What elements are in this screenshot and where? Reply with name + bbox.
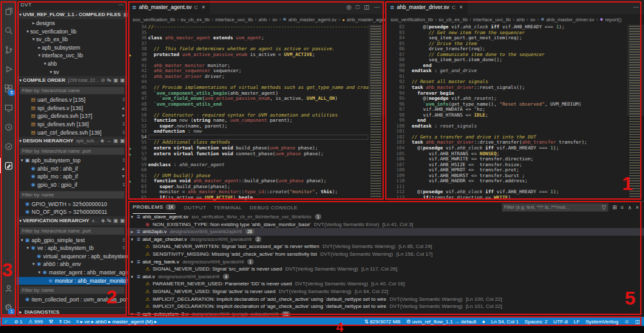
more-actions-icon[interactable]: ⋯ bbox=[374, 4, 380, 10]
section-action-icon[interactable]: ↹ bbox=[107, 76, 111, 85]
tree-item-action-icon[interactable]: ↧ bbox=[122, 129, 128, 137]
search-icon[interactable] bbox=[0, 21, 17, 40]
memory-usage[interactable]: ⇅829/3072 MB bbox=[364, 319, 400, 325]
tree-item[interactable]: ▤uart_ctrl_defines.svh [139]↧ bbox=[17, 129, 128, 137]
collapse-panel-icon[interactable]: ∧ bbox=[628, 204, 632, 211]
filter-input[interactable]: Filter by: hierarchical name bbox=[19, 86, 125, 95]
account-icon[interactable] bbox=[0, 278, 17, 298]
breadcrumb-item[interactable]: ahb_master_driver.sv bbox=[546, 17, 594, 23]
section-action-icon[interactable]: ◈ bbox=[100, 137, 104, 146]
tree-item-action-icon[interactable]: ↧ bbox=[122, 181, 128, 189]
minimap[interactable] bbox=[627, 24, 644, 201]
tree-item[interactable]: ▾▣apb_subsystem_top↥ bbox=[17, 157, 128, 165]
dvt-tools-icon[interactable]: ⚒ bbox=[48, 319, 53, 325]
section-action-icon[interactable]: ↹ bbox=[107, 216, 111, 225]
breadcrumb-item[interactable]: ahb bbox=[258, 17, 267, 23]
indentation[interactable]: Spaces: 2 bbox=[525, 319, 548, 325]
tree-item[interactable]: ◉gpio_s0 : gpio_if↧ bbox=[17, 181, 128, 189]
close-icon[interactable]: × bbox=[202, 4, 205, 10]
section-header-uvm-ref-flow-1-1-compiled-files[interactable]: ▾UVM_REF_FLOW_1.1 - COMPILED FILES▣ bbox=[17, 10, 128, 19]
breadcrumb-item[interactable]: report() bbox=[605, 17, 621, 23]
explorer-icon[interactable] bbox=[0, 1, 17, 21]
active-config[interactable]: ⚙uvm_ref_flow_1.1 → default bbox=[406, 319, 477, 325]
view-as-table-icon[interactable]: ≡ bbox=[621, 204, 624, 211]
problem-row[interactable]: ⚠SIGNAL_NEVER_USED: Signal 'src_addr' is… bbox=[128, 265, 644, 273]
tree-item[interactable]: ▸apb_subsystem bbox=[17, 44, 128, 52]
cursor-position[interactable]: Ln 54, Col 1 bbox=[491, 319, 518, 325]
close-panel-icon[interactable]: × bbox=[636, 204, 639, 211]
minimap[interactable] bbox=[368, 24, 385, 201]
tree-item[interactable]: ▾soc_verification_lib bbox=[17, 28, 128, 36]
breadcrumb[interactable]: soc_verification_lib›sv_cb_ex_lib›interf… bbox=[128, 14, 385, 24]
problems-errors[interactable]: ⊘1 bbox=[14, 319, 23, 325]
breadcrumb-item[interactable]: ahb bbox=[516, 17, 525, 23]
tree-item-action-icon[interactable]: ▲ bbox=[121, 165, 128, 173]
section-header-compile-order[interactable]: ▾COMPILE ORDER[299 total, 227 uniqu...⊘↹… bbox=[17, 76, 128, 85]
encoding[interactable]: UTF-8 bbox=[553, 319, 568, 325]
breadcrumb-item[interactable]: interface_uvc_lib bbox=[215, 17, 253, 23]
breadcrumb-item[interactable]: sv_cb_ex_lib bbox=[180, 17, 209, 23]
section-header-diagnostics[interactable]: ▸DIAGNOSTICS bbox=[17, 307, 128, 317]
section-action-icon[interactable]: ▣ bbox=[120, 216, 125, 225]
problem-row[interactable]: ⚠SIGNAL_NEVER_WRITTEN: Signal 'last_acce… bbox=[128, 243, 644, 251]
tree-item[interactable]: ◉virtual_sequencer : apb_subsystem_virtu… bbox=[17, 252, 128, 261]
tree-item[interactable]: ▤gpio_defines.svh [137]▼ bbox=[17, 112, 128, 120]
soft-wrap-icon[interactable]: ⊞ bbox=[612, 204, 617, 211]
section-action-icon[interactable]: ▣ bbox=[113, 76, 118, 85]
panel-tab-debug-console[interactable]: DEBUG CONSOLE bbox=[250, 202, 298, 213]
problem-row[interactable]: ⚠SENSITIVITY_MISSING: Missing 'add_check… bbox=[128, 251, 644, 258]
panel-tab-output[interactable]: OUTPUT bbox=[184, 202, 206, 213]
tab-ahb-master-agent-sv[interactable]: ≣ahb_master_agent.svC× bbox=[128, 0, 210, 14]
breadcrumb-item[interactable]: sv bbox=[272, 17, 278, 23]
tree-item[interactable]: ▾◉ahb0 : ahb_env bbox=[17, 260, 128, 269]
breadcrumb-item[interactable]: sv_cb_ex_lib bbox=[439, 17, 468, 23]
tree-item[interactable]: ▾▣apb_gpio_simple_test↥ bbox=[17, 236, 128, 245]
tree-item-action-icon[interactable]: ↥ bbox=[122, 157, 128, 165]
tree-item-action-icon[interactable]: ▼ bbox=[121, 112, 128, 120]
filter-funnel-icon[interactable]: ▽ bbox=[601, 204, 606, 211]
remote-explorer-icon[interactable] bbox=[0, 98, 17, 117]
problem-row[interactable]: ⚠IMPLICIT_DECLARATION: Implicit declarat… bbox=[128, 303, 644, 310]
status-dot[interactable]: ● bbox=[482, 319, 486, 325]
dvt-checks-icon[interactable] bbox=[0, 137, 17, 156]
remote-status[interactable]: ✓ bbox=[4, 319, 8, 325]
tree-item-action-icon[interactable]: ↥ bbox=[122, 96, 128, 104]
problem-row[interactable]: ⊗NON_EXISTING_TYPE: Non existing type 'a… bbox=[128, 221, 644, 229]
tree-item[interactable]: ▾◉ve : apb_subsystem_tb↥ bbox=[17, 244, 128, 252]
tree-item-action-icon[interactable]: ↥ bbox=[122, 244, 128, 252]
run-debug-icon[interactable] bbox=[0, 59, 17, 79]
section-action-icon[interactable]: ↔ bbox=[106, 137, 111, 146]
breadcrumb-item[interactable]: soc_verification_lib bbox=[391, 17, 433, 23]
source-control-icon[interactable] bbox=[0, 40, 17, 59]
breadcrumb-item[interactable]: ahb_master_agent bbox=[346, 17, 384, 23]
section-action-icon[interactable]: ⊘ bbox=[100, 76, 105, 85]
tree-item[interactable]: ◉item_collected_port : uvm_analysis_port bbox=[17, 296, 128, 304]
tree-item[interactable]: ◉ahbi_m0 : ahb_if▲ bbox=[17, 165, 128, 173]
tree-item-action-icon[interactable]: ↧ bbox=[122, 120, 128, 129]
split-editor-icon[interactable]: ◫ bbox=[364, 4, 370, 10]
close-icon[interactable]: × bbox=[459, 4, 462, 10]
breadcrumb-item[interactable]: interface_uvc_lib bbox=[473, 17, 511, 23]
tree-item[interactable]: ▾interface_uvc_lib bbox=[17, 52, 128, 60]
filter-input[interactable]: Filter by: name bbox=[19, 191, 125, 199]
more-actions-icon[interactable]: ⋯ bbox=[118, 0, 124, 10]
section-header-design-hierarchy[interactable]: ▾DESIGN HIERARCHYapb_subsystem_t...◈↔▣▣ bbox=[17, 137, 128, 146]
panel-tab-problems[interactable]: PROBLEMS1K bbox=[133, 202, 176, 214]
split-square-icon[interactable]: □ bbox=[356, 4, 359, 10]
breadcrumb-item[interactable]: sv bbox=[530, 17, 535, 23]
breadcrumb-item[interactable]: soc_verification_lib bbox=[133, 17, 175, 23]
problem-row[interactable]: ⚠SIGNAL_NEVER_USED: Signal 'active' is n… bbox=[128, 288, 644, 296]
tab-ahb-master-driver-sv[interactable]: ≣ahb_master_driver.svC× bbox=[386, 0, 468, 14]
problem-file-row[interactable]: ▸≣ahb2apb.vdesigns/socv/rtl/rtl_lpw/ahb2… bbox=[128, 228, 644, 236]
code-area[interactable]: 3435363738▲39404142434445464748495051525… bbox=[128, 24, 385, 201]
tree-item[interactable]: ▤spi_defines.svh [138]↧ bbox=[17, 120, 128, 129]
dvt-filter-status[interactable]: ŦOn bbox=[59, 319, 71, 325]
breadcrumb[interactable]: soc_verification_lib›sv_cb_ex_lib›interf… bbox=[386, 14, 644, 24]
compile-icon[interactable]: ◎ bbox=[346, 4, 352, 10]
settings-gear-icon[interactable]: ⚙1 bbox=[0, 298, 17, 317]
filter-input[interactable]: Filter by: name bbox=[19, 286, 125, 294]
problem-file-row[interactable]: ▾≣ahb_slave_agent.svsoc_verification_lib… bbox=[128, 213, 644, 221]
panel-tab-terminal[interactable]: TERMINAL bbox=[214, 202, 242, 213]
dvt-hierarchy-path[interactable]: ≡▸ ve ▸ ahb0 ▸ master_agent (M) ▸ bbox=[76, 319, 156, 325]
problem-file-row[interactable]: ▾≣alut_age_checker.vdesigns/socv/rtl/rtl… bbox=[128, 236, 644, 243]
